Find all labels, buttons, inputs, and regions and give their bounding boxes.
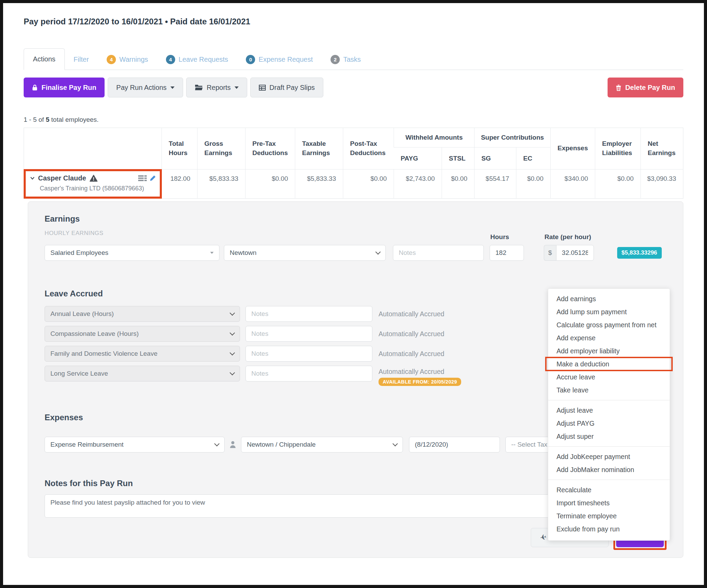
cell-stsl: $0.00: [442, 169, 475, 199]
pay-run-employee-table: Total Hours Gross Earnings Pre-Tax Deduc…: [24, 128, 683, 199]
draft-pay-slips-button[interactable]: Draft Pay Slips: [250, 78, 323, 97]
edit-pencil-icon[interactable]: [149, 175, 156, 181]
airplane-icon: ✈: [539, 532, 547, 542]
lock-icon: [32, 84, 38, 91]
menu-item-take-leave[interactable]: Take leave: [548, 384, 670, 397]
finalise-pay-run-button[interactable]: Finalise Pay Run: [24, 78, 105, 97]
leave-status-1: Automatically Accrued: [379, 330, 444, 338]
menu-item-add-employer-liability[interactable]: Add employer liability: [548, 344, 670, 357]
leave-type-select-2[interactable]: Family and Domestic Violence Leave: [45, 346, 240, 362]
col-taxable-earnings: Taxable Earnings: [295, 128, 343, 169]
expand-chevron-icon[interactable]: [30, 177, 35, 180]
chevron-down-icon: [230, 330, 235, 336]
menu-item-adjust-leave[interactable]: Adjust leave: [548, 404, 670, 417]
tab-filter-label: Filter: [74, 56, 89, 63]
leave-notes-input-2[interactable]: [245, 346, 372, 362]
summary-suffix: total employees.: [51, 116, 98, 123]
tab-actions-label: Actions: [33, 55, 56, 63]
hours-label: Hours: [490, 233, 509, 241]
delete-pay-run-button[interactable]: Delete Pay Run: [608, 78, 683, 97]
leave-type-select-3[interactable]: Long Service Leave: [45, 366, 240, 381]
tab-leave-requests-label: Leave Requests: [179, 56, 228, 63]
expense-date-input[interactable]: [409, 437, 500, 452]
available-from-badge: AVAILABLE FROM: 20/05/2029: [379, 378, 461, 386]
leave-notes-input-1[interactable]: [245, 326, 372, 342]
menu-item-add-lump-sum-payment[interactable]: Add lump sum payment: [548, 305, 670, 318]
reports-button[interactable]: Reports: [186, 78, 247, 97]
leave-type-select-0[interactable]: Annual Leave (Hours): [45, 306, 240, 322]
tab-expense-request-label: Expense Request: [259, 56, 313, 63]
chevron-down-icon: [230, 310, 235, 316]
expense-request-count-badge: 0: [246, 55, 255, 64]
leave-status-2: Automatically Accrued: [379, 350, 444, 358]
pay-details-icon[interactable]: [138, 175, 147, 181]
expense-location-select[interactable]: Newtown / Chippendale: [241, 437, 403, 452]
earnings-location-select[interactable]: Newtown: [224, 245, 386, 261]
reports-label: Reports: [207, 84, 231, 92]
pay-run-actions-label: Pay Run Actions: [116, 84, 167, 92]
col-stsl: STSL: [442, 147, 475, 169]
cell-gross-earnings: $5,833.33: [197, 169, 245, 199]
menu-item-add-jobmaker-nomination[interactable]: Add JobMaker nomination: [548, 463, 670, 476]
tab-tasks[interactable]: 2 Tasks: [322, 49, 370, 70]
col-pre-tax-deductions: Pre-Tax Deductions: [245, 128, 295, 169]
tab-filter[interactable]: Filter: [65, 49, 98, 70]
leave-status-0: Automatically Accrued: [379, 310, 444, 318]
employee-name[interactable]: Casper Claude: [38, 174, 86, 182]
tab-expense-request[interactable]: 0 Expense Request: [237, 49, 322, 70]
group-withheld-amounts: Withheld Amounts: [394, 128, 475, 148]
menu-item-import-timesheets[interactable]: Import timesheets: [548, 496, 670, 509]
menu-item-exclude-from-pay-run[interactable]: Exclude from pay run: [548, 522, 670, 536]
cell-post-tax-deductions: $0.00: [343, 169, 394, 199]
col-sg: SG: [475, 147, 516, 169]
menu-item-add-earnings[interactable]: Add earnings: [548, 292, 670, 305]
tab-actions[interactable]: Actions: [24, 48, 65, 70]
cell-net-earnings: $3,090.33: [641, 169, 683, 199]
earnings-notes-input[interactable]: [393, 245, 484, 261]
col-gross-earnings: Gross Earnings: [197, 128, 245, 169]
summary-count: 5: [46, 116, 49, 123]
menu-item-make-a-deduction[interactable]: Make a deduction: [548, 357, 670, 371]
menu-item-add-jobkeeper-payment[interactable]: Add JobKeeper payment: [548, 450, 670, 463]
group-super-contributions: Super Contributions: [475, 128, 551, 148]
chevron-down-icon: [375, 249, 381, 255]
menu-item-accrue-leave[interactable]: Accrue leave: [548, 371, 670, 384]
employee-name-cell[interactable]: Casper Claude: [24, 169, 162, 199]
actions-menu: Add earnings Add lump sum payment Calcul…: [548, 289, 670, 541]
menu-item-adjust-super[interactable]: Adjust super: [548, 430, 670, 443]
expense-category-value: Expense Reimbursement: [50, 441, 123, 448]
hours-input[interactable]: [490, 245, 524, 261]
menu-divider: [548, 400, 670, 400]
earnings-heading: Earnings: [45, 214, 667, 224]
pay-category-select[interactable]: Salaried Employees: [45, 245, 219, 261]
employee-count-summary: 1 - 5 of 5 total employees.: [24, 116, 683, 124]
menu-item-recalculate[interactable]: Recalculate: [548, 483, 670, 496]
menu-item-adjust-payg[interactable]: Adjust PAYG: [548, 417, 670, 430]
leave-notes-input-3[interactable]: [245, 366, 372, 381]
col-total-hours: Total Hours: [162, 128, 197, 169]
leave-type-value-2: Family and Domestic Violence Leave: [50, 350, 157, 357]
tab-warnings[interactable]: 4 Warnings: [98, 49, 157, 70]
leave-requests-count-badge: 4: [166, 55, 175, 64]
leave-type-select-1[interactable]: Compassionate Leave (Hours): [45, 326, 240, 342]
cell-taxable-earnings: $5,833.33: [295, 169, 343, 199]
chevron-down-icon: [230, 350, 235, 356]
rate-input[interactable]: [556, 245, 594, 261]
leave-notes-input-0[interactable]: [245, 306, 372, 322]
menu-divider: [548, 480, 670, 480]
menu-item-add-expense[interactable]: Add expense: [548, 331, 670, 344]
menu-item-calculate-gross-payment-from-net[interactable]: Calculate gross payment from net: [548, 318, 670, 331]
finalise-pay-run-label: Finalise Pay Run: [41, 84, 96, 92]
col-expenses: Expenses: [551, 128, 595, 169]
tasks-count-badge: 2: [331, 55, 340, 64]
col-payg: PAYG: [394, 147, 442, 169]
menu-item-terminate-employee[interactable]: Terminate employee: [548, 509, 670, 522]
pay-run-actions-button[interactable]: Pay Run Actions: [108, 78, 183, 97]
tab-leave-requests[interactable]: 4 Leave Requests: [157, 49, 237, 70]
cell-ec: $0.00: [516, 169, 551, 199]
pay-category-value: Salaried Employees: [50, 249, 108, 257]
annotation-highlight-employee: [24, 169, 162, 199]
expense-category-select[interactable]: Expense Reimbursement: [45, 437, 225, 452]
chevron-down-icon: [214, 441, 220, 447]
page-title: Pay period 17/12/2020 to 16/01/2021 • Pa…: [24, 3, 683, 26]
